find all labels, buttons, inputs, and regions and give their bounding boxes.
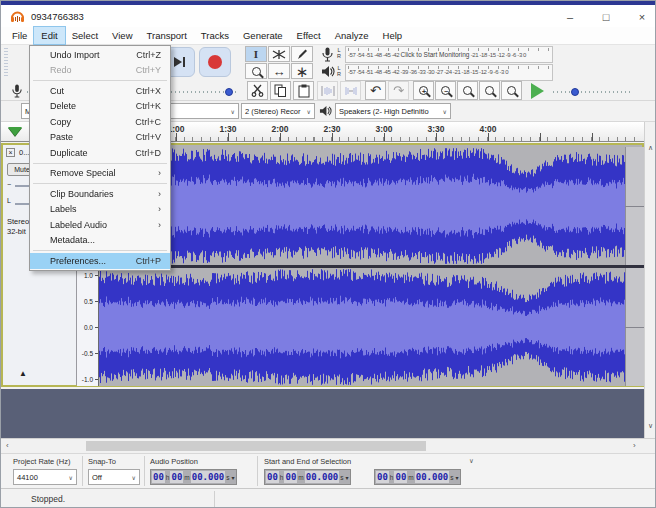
cut-button[interactable] bbox=[247, 81, 268, 100]
selection-mode-label: Start and End of Selection bbox=[264, 457, 351, 466]
menu-item-copy[interactable]: CopyCtrl+C bbox=[30, 114, 170, 130]
zoom-out-button[interactable]: − bbox=[435, 81, 456, 100]
scroll-down-arrow-icon[interactable]: ∨ bbox=[648, 422, 653, 430]
selection-mode-chevron-icon[interactable]: ∨ bbox=[469, 457, 474, 465]
menu-item-redo[interactable]: RedoCtrl+Y bbox=[30, 63, 170, 79]
scroll-right-arrow-icon[interactable]: › bbox=[633, 441, 636, 450]
zoom-tool-button[interactable] bbox=[245, 63, 267, 79]
paste-button[interactable] bbox=[293, 81, 314, 100]
menu-item-metadata[interactable]: Metadata... bbox=[30, 233, 170, 249]
undo-icon: ↶ bbox=[370, 84, 381, 97]
vertical-scrollbar[interactable]: ∧ ∨ bbox=[644, 122, 656, 438]
time-digits[interactable]: 00 bbox=[266, 471, 279, 483]
silence-audio-button[interactable] bbox=[340, 81, 361, 100]
menu-separator bbox=[30, 181, 170, 186]
menu-item-duplicate[interactable]: DuplicateCtrl+D bbox=[30, 145, 170, 161]
ruler-tick bbox=[95, 301, 98, 302]
undo-button[interactable]: ↶ bbox=[365, 81, 386, 100]
selection-tool-button[interactable]: I bbox=[245, 46, 267, 62]
time-digits[interactable]: 00 bbox=[376, 471, 389, 483]
record-button[interactable] bbox=[199, 47, 231, 77]
snap-to-dropdown[interactable]: Off∨ bbox=[88, 469, 140, 485]
track-collapse-button[interactable]: ▲ bbox=[19, 369, 27, 378]
horizontal-scroll-thumb[interactable] bbox=[86, 441, 426, 451]
redo-button[interactable]: ↷ bbox=[388, 81, 409, 100]
project-rate-dropdown[interactable]: 44100∨ bbox=[13, 469, 77, 485]
scroll-up-arrow-icon[interactable]: ∧ bbox=[648, 144, 653, 152]
maximize-button[interactable]: □ bbox=[595, 10, 617, 26]
timeline-label: 1:30 bbox=[219, 124, 236, 134]
waveform-channel2[interactable] bbox=[99, 268, 644, 386]
close-button[interactable]: × bbox=[631, 10, 653, 26]
zoom-toggle-icon bbox=[507, 86, 516, 95]
time-unit: h bbox=[166, 474, 170, 481]
menu-item-clip-boundaries[interactable]: Clip Boundaries› bbox=[30, 186, 170, 202]
menu-edit[interactable]: Edit bbox=[34, 27, 64, 44]
menu-item-labels[interactable]: Labels› bbox=[30, 202, 170, 218]
fit-project-button[interactable] bbox=[479, 81, 500, 100]
recording-channels-dropdown[interactable]: 2 (Stereo) Recor∨ bbox=[241, 103, 315, 119]
playback-device-dropdown[interactable]: Speakers (2- High Definitio∨ bbox=[335, 103, 451, 119]
paste-icon bbox=[298, 84, 310, 98]
zoom-in-icon: + bbox=[419, 86, 428, 95]
selection-start-field[interactable]: 00h00m00.000s▾ bbox=[264, 469, 351, 485]
ruler-tick bbox=[95, 379, 98, 380]
microphone-icon[interactable] bbox=[321, 47, 334, 62]
play-speed-slider[interactable] bbox=[553, 91, 631, 93]
speaker-icon[interactable] bbox=[321, 65, 335, 78]
envelope-tool-button[interactable] bbox=[268, 46, 290, 62]
time-digits[interactable]: 00 bbox=[152, 471, 165, 483]
time-digits[interactable]: 00.000 bbox=[191, 471, 226, 483]
ruler-value: -1.0 bbox=[82, 376, 93, 383]
recording-meter[interactable]: -57 -54 -51 -48 -45 -42 Click to Start M… bbox=[345, 46, 553, 63]
timeline-tick bbox=[176, 133, 177, 141]
playback-meter[interactable]: -57 -54 -51 -48 -45 -42 -39 -36 -33 -30 … bbox=[345, 64, 553, 81]
time-digits[interactable]: 00.000 bbox=[415, 471, 450, 483]
waveform-channel1[interactable] bbox=[99, 147, 644, 265]
timeline-tick bbox=[488, 133, 489, 141]
menu-item-preferences[interactable]: Preferences...Ctrl+P bbox=[30, 253, 170, 269]
menu-tracks[interactable]: Tracks bbox=[194, 27, 236, 44]
menu-help[interactable]: Help bbox=[376, 27, 410, 44]
toolbar-grip[interactable] bbox=[4, 48, 8, 78]
menu-generate[interactable]: Generate bbox=[236, 27, 290, 44]
title-bar[interactable]: 0934766383 – □ × bbox=[1, 5, 656, 27]
menu-item-delete[interactable]: DeleteCtrl+K bbox=[30, 99, 170, 115]
track-name[interactable]: 0... bbox=[19, 148, 29, 157]
track-info-line1: Stereo, bbox=[7, 217, 31, 226]
menu-view[interactable]: View bbox=[105, 27, 139, 44]
copy-button[interactable] bbox=[270, 81, 291, 100]
minimize-button[interactable]: – bbox=[559, 10, 581, 26]
menu-effect[interactable]: Effect bbox=[290, 27, 328, 44]
menu-item-paste[interactable]: PasteCtrl+V bbox=[30, 130, 170, 146]
menu-transport[interactable]: Transport bbox=[140, 27, 194, 44]
track-close-button[interactable]: × bbox=[6, 148, 15, 157]
menu-select[interactable]: Select bbox=[65, 27, 105, 44]
audio-position-field[interactable]: 00h00m00.000s▾ bbox=[150, 469, 237, 485]
time-digits[interactable]: 00 bbox=[284, 471, 297, 483]
time-digits[interactable]: 00 bbox=[170, 471, 183, 483]
time-digits[interactable]: 00 bbox=[394, 471, 407, 483]
menu-file[interactable]: File bbox=[5, 27, 34, 44]
draw-tool-button[interactable] bbox=[291, 46, 313, 62]
zoom-toggle-button[interactable] bbox=[501, 81, 522, 100]
timeline-tick bbox=[228, 133, 229, 141]
zoom-in-button[interactable]: + bbox=[413, 81, 434, 100]
menu-separator bbox=[30, 78, 170, 83]
selection-end-field[interactable]: 00h00m00.000s▾ bbox=[374, 469, 461, 485]
scroll-left-arrow-icon[interactable]: ‹ bbox=[6, 441, 9, 450]
ruler-value: 1.0 bbox=[84, 272, 93, 279]
menu-item-labeled-audio[interactable]: Labeled Audio› bbox=[30, 217, 170, 233]
timeshift-tool-button[interactable]: ↔ bbox=[268, 63, 290, 79]
menu-item-undo-import[interactable]: Undo ImportCtrl+Z bbox=[30, 47, 170, 63]
multi-tool-button[interactable]: ∗ bbox=[291, 63, 313, 79]
time-digits[interactable]: 00.000 bbox=[305, 471, 340, 483]
fit-selection-button[interactable] bbox=[457, 81, 478, 100]
menu-item-cut[interactable]: CutCtrl+X bbox=[30, 83, 170, 99]
menu-item-remove-special[interactable]: Remove Special› bbox=[30, 166, 170, 182]
menu-analyze[interactable]: Analyze bbox=[328, 27, 376, 44]
envelope-icon bbox=[272, 49, 286, 60]
trim-audio-button[interactable] bbox=[317, 81, 338, 100]
redo-icon: ↷ bbox=[393, 84, 404, 97]
play-at-speed-button[interactable] bbox=[531, 83, 544, 99]
